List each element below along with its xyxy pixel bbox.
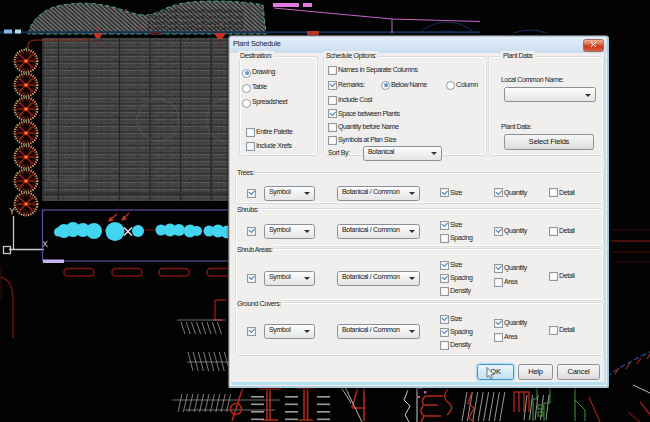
svg-text:PlantPlanPlantPlanPlantPlanPla: PlantPlanPlantPlanPlantPlanPlant bbox=[148, 26, 244, 32]
svg-text:Y: Y bbox=[9, 206, 15, 216]
